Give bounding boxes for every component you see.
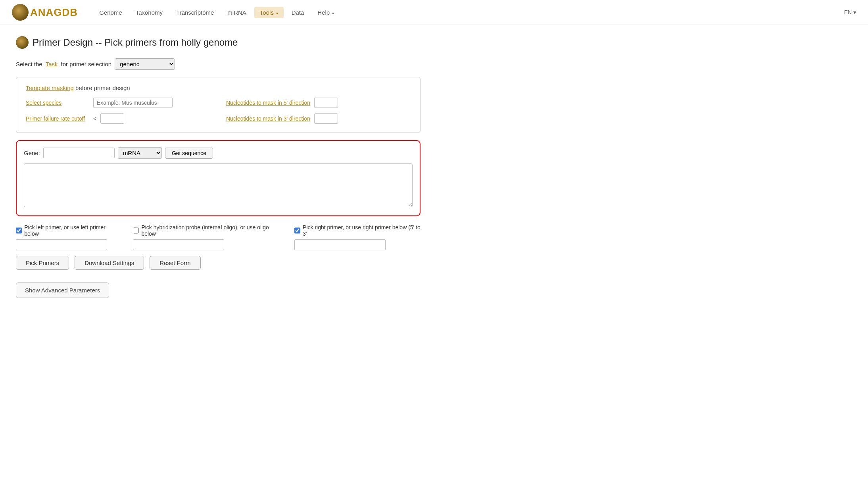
masking-title: Template masking before primer design [26,85,411,91]
right-primer-text: Pick right primer, or use right primer b… [303,224,421,237]
page-title-row: Primer Design -- Pick primers from holly… [16,36,421,49]
logo-text: ANAGDB [30,6,78,19]
show-advanced-button[interactable]: Show Advanced Parameters [16,282,109,298]
hybridization-label[interactable]: Pick hybridization probe (internal oligo… [133,224,278,237]
task-suffix: for primer selection [61,61,112,67]
page-content: Primer Design -- Pick primers from holly… [0,25,436,309]
navbar: ANAGDB Genome Taxonomy Transcriptome miR… [0,0,868,25]
hybridization-group: Pick hybridization probe (internal oligo… [133,224,278,250]
gene-box: Gene: LSA36316 mRNA genomic cDNA Get seq… [16,140,421,216]
nav-help[interactable]: Help ▾ [312,7,340,18]
task-link[interactable]: Task [46,61,58,67]
task-prefix: Select the [16,61,42,67]
nucleotides-5prime-link[interactable]: Nucleotides to mask in 5' direction [226,100,310,106]
task-row: Select the Task for primer selection gen… [16,58,421,70]
gene-label: Gene: [24,150,40,156]
tools-arrow: ▾ [275,11,278,15]
lt-sign: < [93,115,96,122]
masking-row-3prime: Nucleotides to mask in 3' direction 1 [226,113,411,124]
page-title-icon [16,36,29,49]
task-select[interactable]: generic RT-PCR sequencing product_size g… [115,58,175,70]
lang-selector[interactable]: EN ▾ [844,9,856,15]
masking-box: Template masking before primer design Se… [16,77,421,133]
select-species-input[interactable] [93,98,173,108]
sequence-textarea[interactable] [24,163,413,207]
nav-tools[interactable]: Tools ▾ [254,7,284,18]
left-primer-input[interactable] [16,239,107,250]
masking-grid: Select species Nucleotides to mask in 5'… [26,98,411,124]
primer-checks: Pick left primer, or use left primer bel… [16,224,421,250]
left-primer-label[interactable]: Pick left primer, or use left primer bel… [16,224,117,237]
primer-failure-input[interactable]: 0.1 [100,113,124,124]
masking-title-suffix: before primer design [75,85,130,91]
pick-primers-button[interactable]: Pick Primers [16,256,69,270]
sequence-type-select[interactable]: mRNA genomic cDNA [118,147,162,159]
help-arrow: ▾ [331,11,334,15]
left-primer-checkbox[interactable] [16,227,22,234]
hybridization-checkbox[interactable] [133,227,139,234]
nav-mirna[interactable]: miRNA [222,7,252,18]
masking-title-link[interactable]: Template masking [26,85,74,91]
page-title: Primer Design -- Pick primers from holly… [33,37,238,48]
left-primer-group: Pick left primer, or use left primer bel… [16,224,117,250]
nucleotides-5prime-input[interactable]: 1 [314,98,338,108]
action-buttons: Pick Primers Download Settings Reset For… [16,256,421,270]
nav-transcriptome[interactable]: Transcriptome [171,7,219,18]
reset-form-button[interactable]: Reset Form [150,256,200,270]
nav-links: Genome Taxonomy Transcriptome miRNA Tool… [94,7,844,18]
logo: ANAGDB [12,4,78,21]
download-settings-button[interactable]: Download Settings [75,256,144,270]
right-primer-label[interactable]: Pick right primer, or use right primer b… [294,224,421,237]
nav-taxonomy[interactable]: Taxonomy [130,7,168,18]
left-primer-text: Pick left primer, or use left primer bel… [24,224,117,237]
right-primer-group: Pick right primer, or use right primer b… [294,224,421,250]
select-species-link[interactable]: Select species [26,100,89,106]
gene-input[interactable]: LSA36316 [43,148,115,158]
nucleotides-3prime-input[interactable]: 1 [314,113,338,124]
masking-row-5prime: Nucleotides to mask in 5' direction 1 [226,98,411,108]
logo-icon [12,4,29,21]
right-primer-checkbox[interactable] [294,227,300,234]
masking-row-species: Select species [26,98,210,108]
hybridization-text: Pick hybridization probe (internal oligo… [141,224,278,237]
get-sequence-button[interactable]: Get sequence [165,148,213,159]
nucleotides-3prime-link[interactable]: Nucleotides to mask in 3' direction [226,115,310,122]
nav-genome[interactable]: Genome [94,7,128,18]
hybridization-input[interactable] [133,239,224,250]
masking-row-failure: Primer failure rate cutoff < 0.1 [26,113,210,124]
primer-failure-link[interactable]: Primer failure rate cutoff [26,115,89,122]
right-primer-input[interactable] [294,239,386,250]
nav-data[interactable]: Data [286,7,310,18]
gene-row: Gene: LSA36316 mRNA genomic cDNA Get seq… [24,147,413,159]
